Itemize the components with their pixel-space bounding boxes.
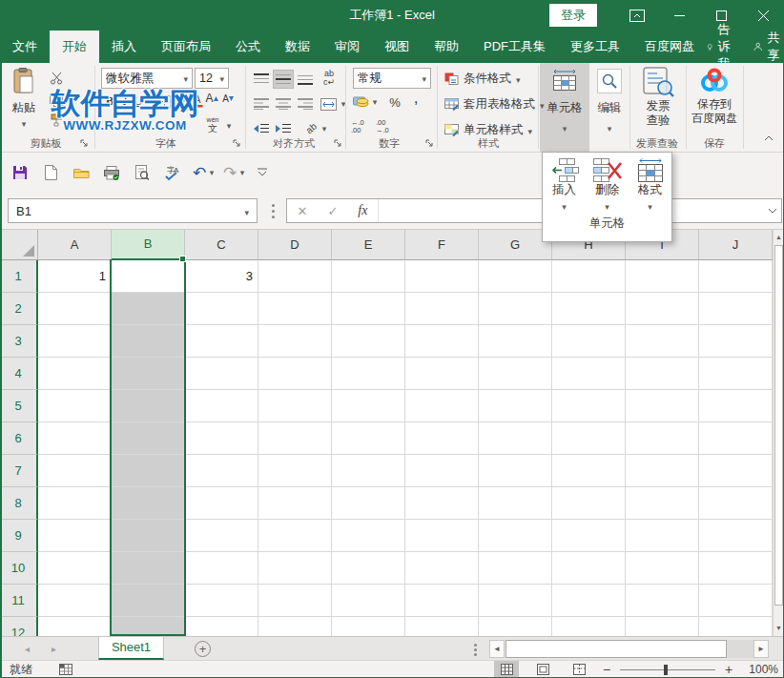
row-header-2[interactable]: 2 — [0, 293, 38, 325]
cell-D7[interactable] — [258, 455, 332, 487]
vertical-scroll-thumb[interactable] — [774, 245, 783, 606]
cell-C7[interactable] — [185, 455, 258, 487]
align-center-button[interactable] — [274, 95, 293, 113]
cell-D10[interactable] — [258, 552, 332, 585]
decrease-decimal-button[interactable]: .00→.0 — [376, 118, 395, 135]
menu-item-format[interactable]: 格式 — [631, 158, 670, 213]
row-header-10[interactable]: 10 — [0, 552, 38, 585]
cell-G11[interactable] — [479, 585, 552, 617]
row-header-4[interactable]: 4 — [0, 358, 38, 390]
cell-B11[interactable] — [112, 585, 185, 617]
cell-F6[interactable] — [405, 422, 479, 455]
tab-插入[interactable]: 插入 — [99, 31, 149, 63]
invoice-check-button[interactable]: 发票 查验 — [631, 67, 685, 139]
horizontal-scrollbar[interactable] — [505, 640, 753, 658]
cell-I8[interactable] — [626, 487, 699, 520]
cell-F5[interactable] — [405, 390, 479, 422]
macro-record-icon[interactable] — [59, 664, 72, 675]
cell-H12[interactable] — [552, 617, 626, 636]
cell-D2[interactable] — [258, 293, 332, 325]
ribbon-display-options-button[interactable] — [616, 0, 658, 31]
cell-J9[interactable] — [699, 520, 773, 552]
menu-item-insert[interactable]: 插入 — [546, 158, 584, 213]
cell-D1[interactable] — [258, 260, 332, 293]
underline-button[interactable]: U — [133, 92, 144, 110]
cell-J1[interactable] — [699, 260, 773, 293]
cell-B3[interactable] — [112, 325, 185, 358]
cell-B10[interactable] — [112, 552, 185, 585]
cell-E3[interactable] — [332, 325, 405, 358]
page-layout-view-button[interactable] — [530, 661, 555, 678]
previous-sheet-button[interactable]: ◂ — [25, 637, 30, 661]
cell-F10[interactable] — [405, 552, 479, 585]
cell-D5[interactable] — [258, 390, 332, 422]
new-sheet-button[interactable]: + — [195, 641, 211, 657]
cell-D12[interactable] — [258, 617, 332, 636]
column-header-E[interactable]: E — [332, 230, 405, 260]
shrink-font-button[interactable]: A — [221, 92, 235, 105]
row-header-9[interactable]: 9 — [0, 520, 38, 552]
cell-A8[interactable] — [38, 487, 112, 520]
cell-B6[interactable] — [112, 422, 185, 455]
cell-E8[interactable] — [332, 487, 405, 520]
column-header-F[interactable]: F — [405, 230, 479, 260]
column-header-D[interactable]: D — [258, 230, 332, 260]
cell-J11[interactable] — [699, 585, 773, 617]
quick-print-button[interactable] — [101, 163, 122, 182]
cell-A7[interactable] — [38, 455, 112, 487]
tab-页面布局[interactable]: 页面布局 — [149, 31, 223, 63]
column-header-A[interactable]: A — [38, 230, 112, 260]
cell-B8[interactable] — [112, 487, 185, 520]
normal-view-button[interactable] — [494, 661, 519, 678]
grow-font-button[interactable]: A — [204, 91, 219, 106]
cell-F9[interactable] — [405, 520, 479, 552]
zoom-in-button[interactable]: + — [723, 662, 734, 677]
cell-J2[interactable] — [699, 293, 773, 325]
login-button[interactable]: 登录 — [549, 4, 597, 27]
cell-H7[interactable] — [552, 455, 626, 487]
copy-button[interactable] — [48, 91, 65, 108]
column-header-C[interactable]: C — [185, 230, 258, 260]
cell-G7[interactable] — [479, 455, 552, 487]
cell-G9[interactable] — [479, 520, 552, 552]
cell-G3[interactable] — [479, 325, 552, 358]
cell-A4[interactable] — [38, 358, 112, 390]
cell-A1[interactable]: 1 — [38, 260, 112, 293]
zoom-out-button[interactable]: − — [601, 662, 612, 677]
cell-C8[interactable] — [185, 487, 258, 520]
tab-开始[interactable]: 开始 — [50, 31, 99, 63]
cell-I9[interactable] — [626, 520, 699, 552]
phonetic-dropdown-arrow[interactable] — [225, 120, 233, 132]
cell-I5[interactable] — [626, 390, 699, 422]
tab-PDF工具集[interactable]: PDF工具集 — [471, 31, 558, 63]
cell-H5[interactable] — [552, 390, 626, 422]
cell-J6[interactable] — [699, 422, 773, 455]
cell-E2[interactable] — [332, 293, 405, 325]
font-color-button[interactable]: A — [191, 92, 204, 110]
cell-I12[interactable] — [626, 617, 699, 636]
cell-H11[interactable] — [552, 585, 626, 617]
cell-A10[interactable] — [38, 552, 112, 585]
align-right-button[interactable] — [296, 95, 315, 113]
cell-G8[interactable] — [479, 487, 552, 520]
cell-C10[interactable] — [185, 552, 258, 585]
scrollbar-resize-handle[interactable] — [474, 644, 477, 647]
align-middle-button[interactable] — [274, 71, 293, 88]
cell-F4[interactable] — [405, 358, 479, 390]
conditional-formatting-button[interactable]: 条件格式 — [444, 71, 521, 87]
cell-B9[interactable] — [112, 520, 185, 552]
cells-ribbon-button[interactable]: 单元格 — [540, 69, 589, 149]
italic-button[interactable]: I — [119, 92, 131, 110]
cancel-entry-icon[interactable]: ✕ — [298, 204, 308, 218]
cell-E12[interactable] — [332, 617, 405, 636]
cell-G10[interactable] — [479, 552, 552, 585]
close-button[interactable] — [742, 0, 784, 31]
font-dialog-launcher[interactable] — [233, 139, 242, 149]
redo-button[interactable]: ↷ — [219, 163, 240, 182]
share-button[interactable]: 共享 — [753, 30, 784, 64]
new-file-button[interactable] — [40, 163, 61, 182]
cell-E7[interactable] — [332, 455, 405, 487]
zoom-slider-handle[interactable] — [664, 665, 668, 675]
comma-style-button[interactable]: , — [410, 90, 422, 107]
cell-H10[interactable] — [552, 552, 626, 585]
